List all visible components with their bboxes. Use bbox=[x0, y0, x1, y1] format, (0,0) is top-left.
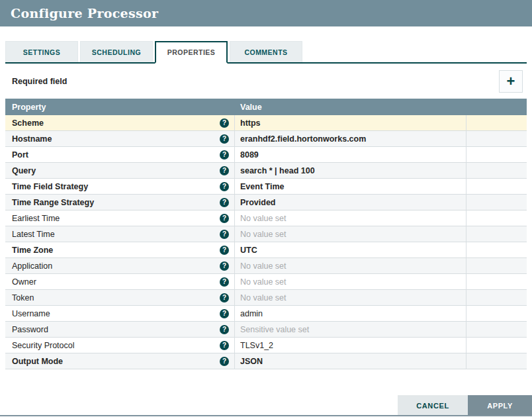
plus-icon: + bbox=[507, 74, 515, 89]
property-value: https bbox=[240, 118, 261, 128]
value-cell[interactable]: https bbox=[235, 115, 466, 130]
value-cell[interactable]: UTC bbox=[235, 242, 466, 257]
table-row[interactable]: Security Protocol ? TLSv1_2 bbox=[5, 338, 527, 353]
help-icon[interactable]: ? bbox=[220, 357, 229, 366]
help-icon[interactable]: ? bbox=[220, 309, 229, 318]
table-row[interactable]: Query ? search * | head 100 bbox=[5, 163, 527, 179]
table-row[interactable]: Port ? 8089 bbox=[5, 147, 527, 163]
table-row[interactable]: Latest Time ? No value set bbox=[5, 226, 527, 242]
table-row[interactable]: Time Range Strategy ? Provided bbox=[5, 195, 527, 210]
help-icon[interactable]: ? bbox=[220, 150, 229, 160]
help-icon[interactable]: ? bbox=[220, 134, 229, 144]
table-row[interactable]: Hostname ? eranhdf2.field.hortonworks.co… bbox=[5, 131, 527, 147]
property-cell: Scheme ? bbox=[5, 115, 235, 130]
value-cell[interactable]: eranhdf2.field.hortonworks.com bbox=[235, 131, 466, 146]
table-row[interactable]: Time Zone ? UTC bbox=[5, 242, 527, 258]
value-cell[interactable]: No value set bbox=[235, 274, 466, 289]
table-header: Property Value bbox=[5, 99, 527, 115]
extra-cell bbox=[466, 258, 527, 273]
table-row[interactable]: Owner ? No value set bbox=[5, 274, 527, 290]
help-icon[interactable]: ? bbox=[220, 182, 229, 191]
extra-cell bbox=[466, 306, 527, 321]
property-name: Time Field Strategy bbox=[12, 182, 88, 191]
value-cell[interactable]: No value set bbox=[235, 226, 466, 242]
help-icon[interactable]: ? bbox=[220, 277, 229, 287]
property-cell: Username ? bbox=[5, 306, 235, 321]
extra-cell bbox=[466, 226, 527, 242]
extra-cell bbox=[466, 242, 527, 257]
property-value: No value set bbox=[240, 214, 286, 223]
property-name: Password bbox=[12, 325, 48, 334]
value-cell[interactable]: JSON bbox=[235, 353, 466, 369]
add-property-button[interactable]: + bbox=[499, 70, 523, 93]
extra-cell bbox=[466, 338, 527, 353]
help-icon[interactable]: ? bbox=[220, 246, 229, 255]
table-row[interactable]: Password ? Sensitive value set bbox=[5, 322, 527, 338]
property-cell: Password ? bbox=[5, 322, 235, 337]
property-cell: Output Mode ? bbox=[5, 353, 235, 369]
table-row[interactable]: Earliest Time ? No value set bbox=[5, 210, 527, 226]
apply-button[interactable]: APPLY bbox=[468, 395, 532, 416]
property-name: Earliest Time bbox=[12, 214, 60, 223]
table-row[interactable]: Output Mode ? JSON bbox=[5, 353, 527, 369]
property-value: Sensitive value set bbox=[240, 325, 309, 334]
help-icon[interactable]: ? bbox=[220, 214, 229, 223]
property-cell: Earliest Time ? bbox=[5, 210, 235, 226]
tab-properties[interactable]: PROPERTIES bbox=[155, 41, 228, 64]
help-icon[interactable]: ? bbox=[220, 325, 229, 334]
help-icon[interactable]: ? bbox=[220, 198, 229, 207]
help-icon[interactable]: ? bbox=[220, 293, 229, 302]
property-cell: Application ? bbox=[5, 258, 235, 273]
table-row[interactable]: Scheme ? https bbox=[5, 115, 527, 131]
property-value: Provided bbox=[240, 198, 276, 207]
cancel-button[interactable]: CANCEL bbox=[398, 395, 468, 416]
value-cell[interactable]: Event Time bbox=[235, 179, 466, 194]
help-icon[interactable]: ? bbox=[220, 166, 229, 175]
property-name: Output Mode bbox=[12, 357, 63, 366]
value-cell[interactable]: search * | head 100 bbox=[235, 163, 466, 178]
extra-cell bbox=[466, 322, 527, 337]
property-name: Latest Time bbox=[12, 230, 55, 239]
property-value: No value set bbox=[240, 293, 286, 302]
property-value: eranhdf2.field.hortonworks.com bbox=[240, 134, 366, 144]
property-cell: Token ? bbox=[5, 290, 235, 305]
value-cell[interactable]: No value set bbox=[235, 210, 466, 226]
property-value: admin bbox=[240, 309, 263, 318]
extra-cell bbox=[466, 163, 527, 178]
tab-label: SETTINGS bbox=[23, 48, 61, 56]
tab-settings[interactable]: SETTINGS bbox=[5, 41, 78, 62]
property-value: search * | head 100 bbox=[240, 166, 315, 175]
value-cell[interactable]: Sensitive value set bbox=[235, 322, 466, 337]
property-name: Query bbox=[12, 166, 36, 175]
property-value: No value set bbox=[240, 277, 286, 287]
value-cell[interactable]: No value set bbox=[235, 290, 466, 305]
extra-cell bbox=[466, 131, 527, 146]
help-icon[interactable]: ? bbox=[220, 118, 229, 128]
extra-cell bbox=[466, 353, 527, 369]
property-cell: Port ? bbox=[5, 147, 235, 162]
value-cell[interactable]: 8089 bbox=[235, 147, 466, 162]
value-cell[interactable]: TLSv1_2 bbox=[235, 338, 466, 353]
table-row[interactable]: Application ? No value set bbox=[5, 258, 527, 274]
required-field-label: Required field bbox=[5, 77, 67, 86]
column-header-property: Property bbox=[5, 103, 235, 112]
dialog-bottom-border bbox=[0, 415, 532, 416]
property-name: Scheme bbox=[12, 118, 44, 128]
value-cell[interactable]: Provided bbox=[235, 195, 466, 210]
table-row[interactable]: Time Field Strategy ? Event Time bbox=[5, 179, 527, 195]
tab-comments[interactable]: COMMENTS bbox=[230, 41, 302, 62]
dialog-header: Configure Processor bbox=[0, 0, 532, 26]
value-cell[interactable]: admin bbox=[235, 306, 466, 321]
help-icon[interactable]: ? bbox=[220, 341, 229, 350]
table-row[interactable]: Username ? admin bbox=[5, 306, 527, 322]
property-name: Username bbox=[12, 309, 50, 318]
table-row[interactable]: Token ? No value set bbox=[5, 290, 527, 306]
help-icon[interactable]: ? bbox=[220, 261, 229, 271]
tab-scheduling[interactable]: SCHEDULING bbox=[80, 41, 153, 62]
help-icon[interactable]: ? bbox=[220, 230, 229, 239]
extra-cell bbox=[466, 195, 527, 210]
property-cell: Latest Time ? bbox=[5, 226, 235, 242]
table-body: Scheme ? https Hostname ? eranhdf2.field… bbox=[5, 115, 527, 369]
value-cell[interactable]: No value set bbox=[235, 258, 466, 273]
property-name: Security Protocol bbox=[12, 341, 74, 350]
